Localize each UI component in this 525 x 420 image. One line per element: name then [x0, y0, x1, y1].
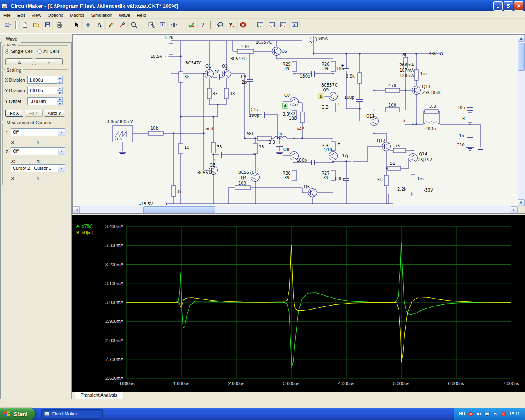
- component-label[interactable]: 10k: [151, 126, 158, 130]
- scroll-up-button[interactable]: ▲: [518, 35, 525, 42]
- component-label[interactable]: 1f: [215, 70, 219, 74]
- component-label[interactable]: 10: [184, 145, 189, 150]
- y-division-spin-up[interactable]: [57, 87, 63, 91]
- help-button[interactable]: ?: [197, 20, 208, 30]
- scroll-right-button[interactable]: ►: [511, 206, 518, 213]
- component-label[interactable]: 180p: [249, 113, 259, 118]
- component-label[interactable]: Q8: [283, 147, 289, 152]
- current-source-symbol[interactable]: [310, 37, 317, 43]
- component-label[interactable]: BC557C: [238, 170, 255, 175]
- component-label[interactable]: 39: [323, 176, 329, 180]
- component-label[interactable]: 47p: [342, 153, 349, 158]
- component-label[interactable]: 2k: [402, 52, 406, 57]
- print-button[interactable]: [54, 20, 64, 30]
- component-label[interactable]: 39: [284, 66, 290, 71]
- component-label[interactable]: BC547C: [230, 57, 247, 61]
- menu-simulation[interactable]: Simulation: [88, 12, 115, 18]
- component-label[interactable]: 3.3: [269, 140, 275, 144]
- component-label[interactable]: 180p: [297, 158, 307, 162]
- menu-options[interactable]: Options: [44, 12, 66, 18]
- schematic-canvas[interactable]: 1.2k18.5V3kBC547CQ1Q2BC547C1f3333100BC55…: [72, 34, 525, 214]
- x-division-spin-down[interactable]: [57, 80, 63, 84]
- component-label[interactable]: 33: [212, 91, 218, 96]
- component-label[interactable]: 2p: [242, 80, 247, 84]
- component-label[interactable]: 33: [217, 145, 222, 149]
- simulation-mode-button[interactable]: [186, 20, 196, 30]
- fit-y-button[interactable]: Fit Y: [25, 110, 43, 117]
- component-label[interactable]: Q5: [281, 49, 287, 54]
- component-label[interactable]: 3.3: [322, 105, 329, 110]
- component-label[interactable]: Q10: [324, 148, 332, 152]
- start-button[interactable]: Start: [0, 408, 35, 420]
- component-label[interactable]: +: [337, 102, 340, 106]
- draw-plus-button[interactable]: [82, 20, 93, 30]
- schematic-vscroll-thumb[interactable]: [518, 43, 525, 71]
- digital-waveforms-window-button[interactable]: [255, 20, 265, 30]
- component-label[interactable]: 330u: [333, 176, 344, 181]
- component-label[interactable]: C17: [251, 107, 259, 112]
- component-label[interactable]: -18.5V: [139, 202, 153, 206]
- parts-browser-button[interactable]: [2, 20, 13, 30]
- component-label[interactable]: 120mA: [399, 73, 414, 78]
- component-label[interactable]: Q4: [241, 176, 247, 180]
- component-label[interactable]: 100: [238, 181, 246, 185]
- component-label[interactable]: BC547C: [185, 61, 202, 65]
- wave-down-button[interactable]: ▽: [35, 58, 63, 65]
- search-doc-button[interactable]: [146, 20, 156, 30]
- component-label[interactable]: 1n: [277, 132, 282, 136]
- component-label[interactable]: 33V: [429, 52, 437, 56]
- close-button[interactable]: [514, 1, 523, 11]
- y-offset-spin-up[interactable]: [57, 97, 63, 101]
- component-label[interactable]: Q1: [205, 64, 211, 68]
- waveform-plot[interactable]: 3.400mA3.300mA3.200mA3.100mA3.000mA2.900…: [72, 215, 525, 392]
- component-label[interactable]: Q11: [366, 114, 375, 119]
- component-label[interactable]: -300m/300mV: [104, 119, 133, 124]
- taskbar-task-circuitmaker[interactable]: CircuitMaker: [41, 409, 103, 419]
- probe-tool-button[interactable]: [117, 20, 128, 30]
- component-label[interactable]: 3k: [177, 189, 182, 194]
- component-label[interactable]: +: [337, 141, 340, 146]
- zoom-tool-button[interactable]: [128, 20, 139, 30]
- component-label[interactable]: 100: [388, 103, 396, 107]
- component-label[interactable]: 2SJ192: [418, 158, 432, 162]
- component-label[interactable]: 100p: [344, 95, 354, 100]
- x-division-input[interactable]: [27, 76, 57, 84]
- component-label[interactable]: Q9: [323, 88, 329, 92]
- y-offset-spin-down[interactable]: [57, 101, 63, 105]
- y-offset-input[interactable]: [27, 97, 57, 105]
- component-label[interactable]: 2.2k: [397, 187, 406, 192]
- component-label[interactable]: BC557C: [321, 83, 338, 87]
- component-label[interactable]: BC557C: [197, 171, 214, 175]
- menu-wave[interactable]: Wave: [116, 12, 134, 18]
- component-label[interactable]: 18.5V: [151, 54, 162, 59]
- component-label[interactable]: 3.3: [429, 104, 436, 109]
- menu-edit[interactable]: Edit: [14, 12, 28, 18]
- schematic-vscrollbar[interactable]: ▲ ▼: [518, 35, 525, 206]
- component-label[interactable]: 2SK1058: [422, 90, 441, 95]
- legend-entry-a[interactable]: A: q7[ic]: [76, 224, 93, 228]
- restore-button[interactable]: [504, 1, 513, 11]
- component-label[interactable]: Q7: [284, 93, 290, 98]
- component-label[interactable]: 100: [289, 116, 297, 121]
- component-label[interactable]: Q2: [222, 64, 228, 68]
- menu-macros[interactable]: Macros: [66, 12, 88, 18]
- component-label[interactable]: 39: [323, 66, 329, 71]
- component-label[interactable]: 1f: [214, 158, 218, 163]
- waveform-display[interactable]: 3.400mA3.300mA3.200mA3.100mA3.000mA2.900…: [72, 215, 525, 392]
- scroll-down-button[interactable]: ▼: [518, 199, 525, 206]
- component-label[interactable]: 400n: [425, 126, 436, 131]
- fit-x-button[interactable]: Fit X: [5, 110, 23, 117]
- component-label[interactable]: R29: [283, 62, 291, 66]
- menu-help[interactable]: Help: [133, 12, 149, 18]
- open-file-button[interactable]: [31, 20, 41, 30]
- tab-transient-analysis[interactable]: Transient Analysis: [75, 392, 123, 399]
- component-label[interactable]: C3: [241, 75, 246, 79]
- component-label[interactable]: R26: [322, 62, 330, 66]
- schematic-hscroll-thumb[interactable]: [143, 206, 215, 213]
- component-label[interactable]: 3k: [184, 75, 189, 79]
- pan-view-button[interactable]: [169, 20, 179, 30]
- component-label[interactable]: 1.2k: [164, 35, 173, 40]
- component-label[interactable]: +: [341, 63, 344, 68]
- x-division-spin-up[interactable]: [57, 76, 63, 80]
- save-file-button[interactable]: [42, 20, 53, 30]
